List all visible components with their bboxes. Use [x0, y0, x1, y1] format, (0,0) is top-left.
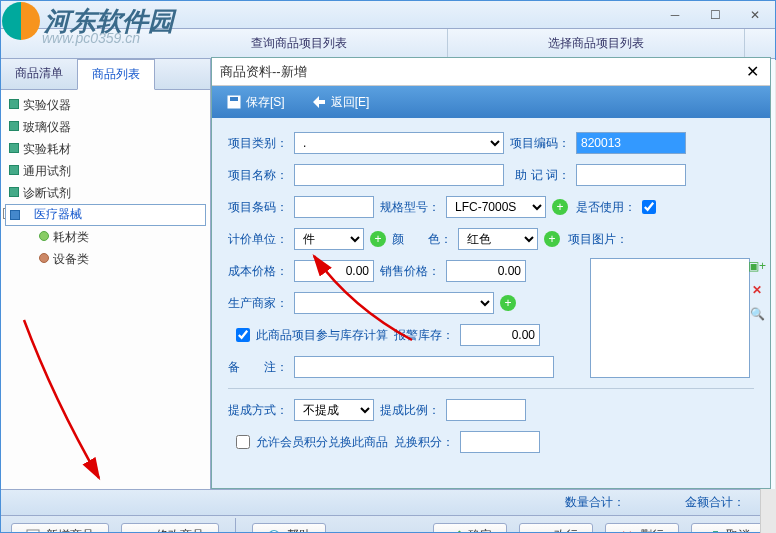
- header-tab-query[interactable]: 查询商品项目列表: [151, 29, 448, 58]
- input-ratio[interactable]: [446, 399, 526, 421]
- label-code: 项目编码：: [510, 135, 570, 152]
- select-unit[interactable]: 件: [294, 228, 364, 250]
- edit-icon: [136, 529, 150, 534]
- input-points[interactable]: [460, 431, 540, 453]
- svg-rect-2: [27, 530, 39, 534]
- save-icon: [226, 94, 242, 110]
- header-tab-select[interactable]: 选择商品项目列表: [448, 29, 745, 58]
- modify-icon: [534, 529, 548, 534]
- label-category: 项目类别：: [228, 135, 288, 152]
- label-color: 颜 色：: [392, 231, 452, 248]
- label-price: 销售价格：: [380, 263, 440, 280]
- maximize-button[interactable]: ☐: [695, 2, 735, 28]
- ok-button[interactable]: 确定: [433, 523, 507, 534]
- label-ratio: 提成比例：: [380, 402, 440, 419]
- tree-node-medical-devices[interactable]: 医疗器械: [5, 204, 206, 226]
- delete-row-button[interactable]: 删行: [605, 523, 679, 534]
- dialog-title: 商品资料--新增: [220, 63, 742, 81]
- cancel-icon: [706, 529, 720, 534]
- add-manufacturer-icon[interactable]: +: [500, 295, 516, 311]
- label-points-exchange: 允许会员积分兑换此商品: [256, 434, 388, 451]
- label-image: 项目图片：: [566, 231, 628, 248]
- label-unit: 计价单位：: [228, 231, 288, 248]
- tree-node-glass-instruments[interactable]: 玻璃仪器: [5, 116, 206, 138]
- label-barcode: 项目条码：: [228, 199, 288, 216]
- add-image-icon[interactable]: ▣+: [749, 258, 765, 274]
- select-category[interactable]: .: [294, 132, 504, 154]
- input-code[interactable]: [576, 132, 686, 154]
- delete-icon: [620, 529, 634, 534]
- form-divider: [228, 388, 754, 389]
- button-separator: [235, 518, 236, 534]
- svg-text:?: ?: [271, 529, 278, 534]
- add-icon: [26, 529, 40, 534]
- tree-node-equipment[interactable]: 设备类: [35, 248, 206, 270]
- select-spec[interactable]: LFC-7000S: [446, 196, 546, 218]
- back-button[interactable]: 返回[E]: [305, 90, 376, 115]
- footer-amount-label: 金额合计：: [655, 494, 775, 511]
- label-mnemonic: 助 记 词：: [510, 167, 570, 184]
- label-enabled: 是否使用：: [574, 199, 636, 216]
- add-spec-icon[interactable]: +: [552, 199, 568, 215]
- tree-node-general-reagents[interactable]: 通用试剂: [5, 160, 206, 182]
- input-cost[interactable]: [294, 260, 374, 282]
- checkbox-stock[interactable]: [236, 328, 250, 342]
- back-icon: [311, 94, 327, 110]
- label-commission: 提成方式：: [228, 402, 288, 419]
- close-window-button[interactable]: ✕: [735, 2, 775, 28]
- category-tree: 实验仪器 玻璃仪器 实验耗材 通用试剂 诊断试剂 - 医疗器械 耗材类 设备类: [1, 90, 210, 489]
- label-stock-calc: 此商品项目参与库存计算: [256, 327, 388, 344]
- select-commission[interactable]: 不提成: [294, 399, 374, 421]
- label-cost: 成本价格：: [228, 263, 288, 280]
- tree-node-lab-instruments[interactable]: 实验仪器: [5, 94, 206, 116]
- edit-product-button[interactable]: 修改商品: [121, 523, 219, 534]
- label-name: 项目名称：: [228, 167, 288, 184]
- checkbox-points[interactable]: [236, 435, 250, 449]
- modify-row-button[interactable]: 改行: [519, 523, 593, 534]
- input-remark[interactable]: [294, 356, 554, 378]
- dialog-close-button[interactable]: ✕: [742, 62, 762, 82]
- save-button[interactable]: 保存[S]: [220, 90, 291, 115]
- window-title-bar: ─ ☐ ✕: [1, 1, 775, 29]
- remove-image-icon[interactable]: ✕: [749, 282, 765, 298]
- input-barcode[interactable]: [294, 196, 374, 218]
- add-color-icon[interactable]: +: [544, 231, 560, 247]
- tab-product-list[interactable]: 商品清单: [1, 59, 77, 89]
- tab-product-items[interactable]: 商品列表: [77, 59, 155, 90]
- input-mnemonic[interactable]: [576, 164, 686, 186]
- label-spec: 规格型号：: [380, 199, 440, 216]
- add-product-button[interactable]: 新增商品: [11, 523, 109, 534]
- header-tabs: 查询商品项目列表 选择商品项目列表: [1, 29, 775, 59]
- product-add-dialog: 商品资料--新增 ✕ 保存[S] 返回[E] 项目类别： . 项目编码：: [211, 57, 771, 489]
- image-preview-panel: [590, 258, 750, 378]
- input-alarm[interactable]: [460, 324, 540, 346]
- checkbox-enabled[interactable]: [642, 200, 656, 214]
- minimize-button[interactable]: ─: [655, 2, 695, 28]
- input-name[interactable]: [294, 164, 504, 186]
- input-price[interactable]: [446, 260, 526, 282]
- footer-qty-label: 数量合计：: [535, 494, 655, 511]
- label-manufacturer: 生产商家：: [228, 295, 288, 312]
- tree-node-lab-consumables[interactable]: 实验耗材: [5, 138, 206, 160]
- svg-rect-1: [230, 97, 238, 101]
- add-unit-icon[interactable]: +: [370, 231, 386, 247]
- cancel-button[interactable]: 取消: [691, 523, 765, 534]
- label-alarm: 报警库存：: [394, 327, 454, 344]
- zoom-image-icon[interactable]: 🔍: [749, 306, 765, 322]
- tree-node-consumables[interactable]: 耗材类: [35, 226, 206, 248]
- tree-node-diagnostic-reagents[interactable]: 诊断试剂: [5, 182, 206, 204]
- help-icon: ?: [267, 529, 281, 534]
- label-remark: 备 注：: [228, 359, 288, 376]
- select-manufacturer[interactable]: [294, 292, 494, 314]
- select-color[interactable]: 红色: [458, 228, 538, 250]
- check-icon: [448, 529, 462, 534]
- label-points: 兑换积分：: [394, 434, 454, 451]
- help-button[interactable]: ? 帮助: [252, 523, 326, 534]
